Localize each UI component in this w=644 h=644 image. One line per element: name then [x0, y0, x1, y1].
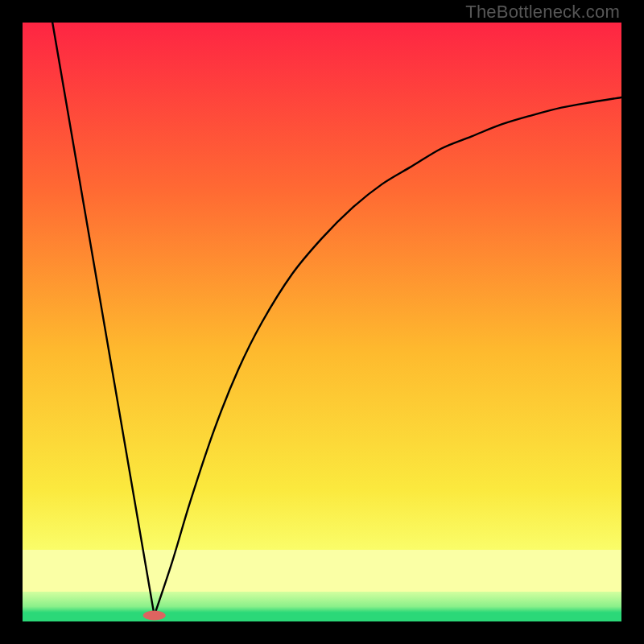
bottleneck-chart — [23, 23, 621, 621]
chart-frame — [23, 23, 621, 621]
gradient-background — [23, 23, 621, 621]
watermark-text: TheBottleneck.com — [465, 2, 620, 23]
vertex-marker — [143, 611, 166, 621]
